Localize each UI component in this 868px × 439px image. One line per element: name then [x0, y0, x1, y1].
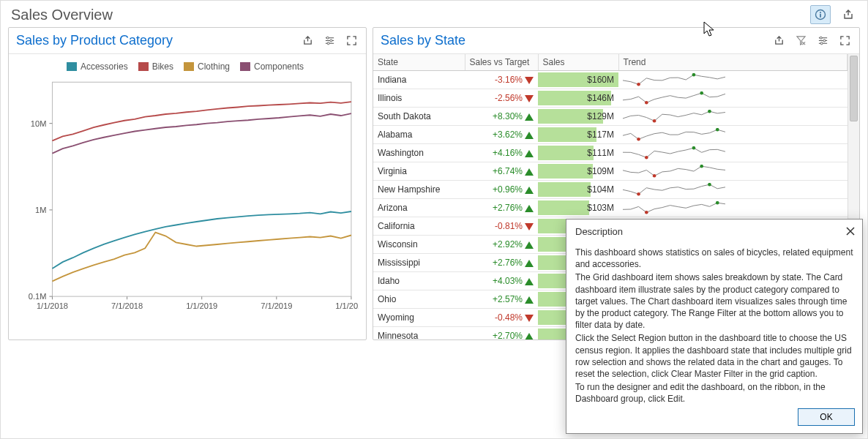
svg-point-29	[700, 91, 703, 94]
dialog-close-button[interactable]	[846, 225, 855, 238]
sales-bar	[538, 182, 591, 197]
dialog-footer: OK	[566, 404, 862, 433]
vs-target-cell: +2.70%	[465, 327, 538, 340]
state-cell: New Hampshire	[373, 181, 465, 199]
trend-up-icon	[525, 278, 534, 285]
table-row[interactable]: Arizona +2.76% $103M	[373, 199, 848, 217]
export-button[interactable]	[838, 5, 858, 24]
trend-up-icon	[525, 187, 534, 194]
description-dialog: Description This dashboard shows statist…	[566, 219, 863, 434]
panel-grid-settings-button[interactable]	[814, 32, 831, 50]
svg-point-31	[708, 110, 711, 113]
legend-label: Clothing	[198, 61, 230, 72]
vs-target-cell: +4.03%	[465, 272, 538, 290]
dashboard-header-actions	[810, 5, 858, 24]
vs-target-cell: +2.92%	[465, 236, 538, 254]
table-row[interactable]: Washington +4.16% $111M	[373, 144, 848, 162]
svg-text:1/1/2019: 1/1/2019	[186, 301, 217, 310]
dialog-paragraph: The Grid dashboard item shows sales brea…	[575, 271, 853, 331]
sales-bar	[538, 146, 594, 160]
svg-text:1/1/2018: 1/1/2018	[37, 301, 68, 310]
vs-target-cell: +2.76%	[465, 199, 538, 217]
info-icon	[815, 9, 826, 20]
panel-chart-settings-button[interactable]	[321, 32, 338, 50]
sales-cell: $146M	[538, 89, 618, 108]
sliders-icon	[324, 35, 335, 46]
table-row[interactable]: Illinois -2.56% $146M	[373, 89, 848, 108]
legend-bikes[interactable]: Bikes	[138, 61, 173, 72]
legend-accessories[interactable]: Accessories	[67, 61, 128, 72]
trend-cell	[618, 199, 848, 217]
vs-target-cell: +2.76%	[465, 254, 538, 272]
svg-text:10M: 10M	[31, 119, 47, 128]
panel-chart-maximize-button[interactable]	[343, 32, 360, 50]
dialog-title: Description	[575, 226, 623, 237]
sales-cell: $111M	[538, 144, 618, 162]
svg-text:1/1/2020: 1/1/2020	[335, 301, 359, 310]
ok-button[interactable]: OK	[798, 408, 855, 426]
panel-grid-export-button[interactable]	[770, 32, 787, 50]
chart-legend: Accessories Bikes Clothing Components	[12, 61, 359, 72]
vs-target-cell: +0.96%	[465, 181, 538, 199]
svg-point-41	[716, 201, 719, 204]
svg-point-27	[692, 73, 696, 76]
dialog-body: This dashboard shows statistics on sales…	[566, 241, 862, 404]
svg-point-24	[823, 40, 825, 42]
svg-point-4	[329, 40, 332, 42]
legend-clothing[interactable]: Clothing	[184, 61, 230, 72]
col-trend[interactable]: Trend	[618, 54, 848, 71]
export-icon	[842, 9, 854, 20]
state-cell: Illinois	[373, 89, 465, 108]
state-cell: Wyoming	[373, 309, 465, 327]
trend-up-icon	[525, 260, 534, 267]
table-row[interactable]: Alabama +3.62% $117M	[373, 126, 848, 144]
table-row[interactable]: New Hampshire +0.96% $104M	[373, 181, 848, 199]
vs-target-cell: +4.16%	[465, 144, 538, 162]
svg-point-39	[708, 183, 711, 186]
panel-chart-header: Sales by Product Category	[9, 28, 366, 54]
trend-up-icon	[525, 296, 534, 304]
vs-target-cell: -2.56%	[465, 89, 538, 108]
svg-point-34	[645, 156, 648, 160]
info-button[interactable]	[810, 5, 831, 24]
panel-grid-maximize-button[interactable]	[836, 32, 853, 50]
state-cell: California	[373, 217, 465, 236]
state-cell: Ohio	[373, 290, 465, 309]
state-cell: Minnesota	[373, 327, 465, 340]
panel-chart-export-button[interactable]	[299, 32, 316, 50]
sales-cell: $117M	[538, 126, 618, 144]
col-vs-target[interactable]: Sales vs Target	[465, 54, 538, 71]
sales-cell: $160M	[538, 71, 618, 89]
maximize-icon	[346, 35, 357, 46]
col-sales[interactable]: Sales	[538, 54, 618, 71]
trend-down-icon	[525, 315, 534, 322]
line-chart[interactable]: 0.1M1M10M1/1/20187/1/20181/1/20197/1/201…	[12, 76, 359, 318]
trend-up-icon	[525, 113, 534, 121]
table-row[interactable]: Virginia +6.74% $109M	[373, 162, 848, 181]
state-cell: Virginia	[373, 162, 465, 181]
svg-point-25	[820, 42, 823, 45]
vs-target-cell: +8.30%	[465, 108, 538, 126]
state-cell: Indiana	[373, 71, 465, 89]
sales-cell: $104M	[538, 181, 618, 199]
table-row[interactable]: Indiana -3.16% $160M	[373, 71, 848, 89]
trend-up-icon	[525, 168, 534, 176]
svg-text:1M: 1M	[35, 206, 46, 214]
svg-point-35	[692, 146, 696, 149]
scrollbar-thumb[interactable]	[850, 56, 858, 121]
legend-label: Components	[254, 61, 304, 72]
svg-point-37	[700, 165, 703, 168]
col-state[interactable]: State	[373, 54, 465, 71]
trend-cell	[618, 126, 848, 144]
table-row[interactable]: South Dakota +8.30% $129M	[373, 108, 848, 126]
panel-grid-title: Sales by State	[381, 33, 465, 48]
trend-up-icon	[525, 241, 534, 249]
legend-components[interactable]: Components	[240, 61, 304, 72]
panel-grid-clear-filter-button[interactable]	[792, 32, 809, 50]
state-cell: Arizona	[373, 199, 465, 217]
trend-up-icon	[525, 150, 534, 157]
trend-cell	[618, 108, 848, 126]
trend-up-icon	[525, 205, 534, 212]
state-cell: Idaho	[373, 272, 465, 290]
svg-point-3	[326, 37, 329, 39]
